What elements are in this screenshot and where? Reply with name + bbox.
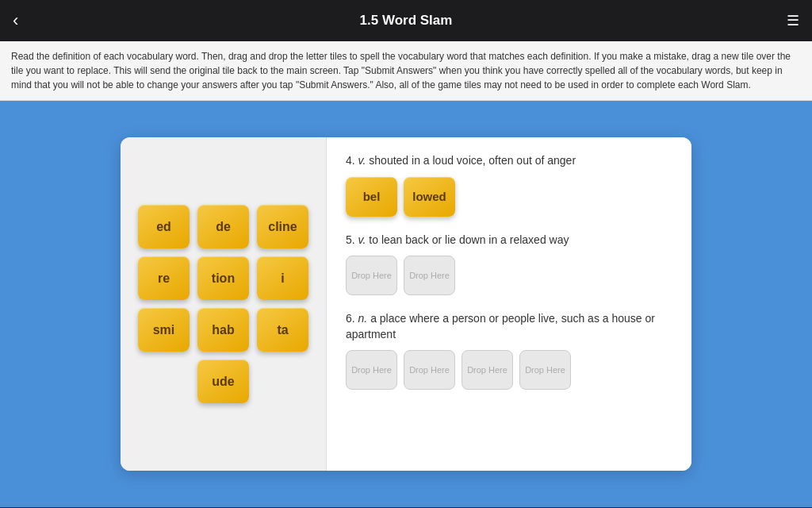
menu-button[interactable]: ☰	[774, 12, 799, 29]
empty-drop-zone[interactable]: Drop Here	[346, 256, 397, 295]
tile-row-1: retioni	[138, 256, 308, 300]
game-card: eddeclineretionismihabtaude 4. v. shoute…	[121, 137, 691, 471]
definition-block-2: 6. n. a place where a person or people l…	[346, 311, 672, 390]
empty-drop-zone[interactable]: Drop Here	[462, 350, 513, 390]
drop-row: Drop HereDrop HereDrop HereDrop Here	[346, 350, 672, 390]
empty-drop-zone[interactable]: Drop Here	[519, 350, 571, 390]
main-area: eddeclineretionismihabtaude 4. v. shoute…	[0, 101, 812, 507]
definition-block-0: 4. v. shouted in a loud voice, often out…	[346, 153, 672, 217]
definition-title: 5. v. to lean back or lie down in a rela…	[346, 233, 672, 248]
letter-tile[interactable]: hab	[197, 308, 249, 352]
definition-title: 4. v. shouted in a loud voice, often out…	[346, 153, 672, 169]
letter-tile[interactable]: tion	[197, 256, 249, 300]
letter-tile[interactable]: ta	[257, 308, 308, 352]
letter-tile[interactable]: de	[197, 205, 249, 248]
definitions-panel: 4. v. shouted in a loud voice, often out…	[327, 137, 691, 471]
drop-row: bellowed	[346, 177, 672, 217]
back-button[interactable]: ‹	[13, 10, 38, 31]
letter-tile[interactable]: ed	[138, 205, 190, 248]
letter-tile[interactable]: smi	[138, 308, 190, 352]
tile-row-3: ude	[197, 360, 249, 403]
page-title: 1.5 Word Slam	[38, 13, 774, 29]
tiles-panel: eddeclineretionismihabtaude	[121, 137, 327, 471]
topbar: ‹ 1.5 Word Slam ☰	[0, 0, 812, 41]
instructions-text: Read the definition of each vocabulary w…	[0, 41, 812, 101]
empty-drop-zone[interactable]: Drop Here	[404, 256, 455, 295]
empty-drop-zone[interactable]: Drop Here	[346, 350, 397, 390]
letter-tile[interactable]: ude	[197, 360, 249, 403]
filled-tile[interactable]: lowed	[404, 177, 455, 217]
letter-tile[interactable]: cline	[257, 205, 308, 248]
definition-block-1: 5. v. to lean back or lie down in a rela…	[346, 233, 672, 296]
tile-row-0: eddecline	[138, 205, 308, 248]
drop-row: Drop HereDrop Here	[346, 256, 672, 295]
empty-drop-zone[interactable]: Drop Here	[404, 350, 455, 390]
tile-row-2: smihabta	[138, 308, 308, 352]
letter-tile[interactable]: re	[138, 256, 190, 300]
letter-tile[interactable]: i	[257, 256, 308, 300]
definition-title: 6. n. a place where a person or people l…	[346, 311, 672, 342]
filled-tile[interactable]: bel	[346, 177, 397, 217]
